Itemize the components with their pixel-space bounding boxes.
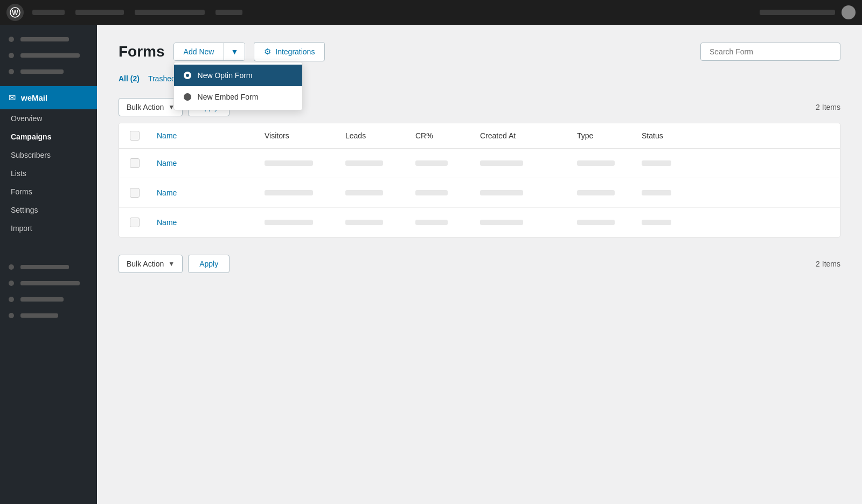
skeleton-bar	[415, 190, 448, 195]
row-checkbox-2[interactable]	[130, 188, 140, 198]
table-cell-cr-3	[415, 218, 480, 227]
table-cell-created-1	[480, 158, 577, 168]
skeleton-bar	[265, 220, 313, 225]
sidebar-line	[20, 265, 69, 269]
admin-bar-item	[32, 10, 65, 15]
skeleton-bar	[415, 160, 448, 166]
table-cell-created-2	[480, 188, 577, 198]
sidebar-line	[20, 37, 69, 41]
sidebar: ✉ weMail Overview Campaigns Subscribers …	[0, 0, 97, 504]
items-count-top: 2 Items	[816, 103, 840, 111]
sidebar-line	[20, 53, 80, 58]
table-header-checkbox-cell	[130, 131, 157, 141]
sidebar-item-settings[interactable]: Settings	[0, 201, 97, 219]
sidebar-dot	[9, 313, 14, 318]
table-header-type: Type	[577, 131, 642, 140]
skeleton-bar	[345, 220, 383, 225]
admin-bar-items	[32, 10, 751, 15]
skeleton-bar	[480, 190, 523, 195]
bulk-action-select-bottom[interactable]: Bulk Action ▼	[119, 255, 183, 273]
sidebar-generic-item	[0, 307, 97, 324]
skeleton-bar	[642, 160, 671, 166]
dropdown-radio-embed	[184, 93, 191, 101]
sidebar-item-campaigns[interactable]: Campaigns	[0, 128, 97, 146]
skeleton-bar	[415, 220, 448, 225]
skeleton-bar	[345, 160, 383, 166]
filter-tab-all-label: All	[119, 74, 128, 83]
admin-bar-avatar[interactable]	[842, 5, 856, 19]
table-cell-name-1[interactable]: Name	[157, 159, 265, 167]
admin-bar-item	[215, 10, 242, 15]
sidebar-dot	[9, 297, 14, 302]
bulk-action-bar-bottom: Bulk Action ▼ Apply 2 Items	[119, 248, 840, 279]
filter-tab-all[interactable]: All (2)	[119, 74, 140, 83]
sidebar-wemail-brand[interactable]: ✉ weMail	[0, 86, 97, 109]
dropdown-item-new-optin-form[interactable]: New Optin Form	[174, 65, 302, 86]
add-new-container: Add New ▼ New Optin Form New Embed Form	[173, 43, 246, 61]
skeleton-bar	[577, 160, 615, 166]
filter-tab-all-count: (2)	[130, 74, 140, 83]
sidebar-line	[20, 313, 58, 318]
table-cell-leads-2	[345, 188, 415, 198]
add-new-dropdown-arrow[interactable]: ▼	[224, 43, 245, 60]
table-select-all-checkbox[interactable]	[130, 131, 140, 141]
table-cell-name-2[interactable]: Name	[157, 188, 265, 197]
table-header-leads: Leads	[345, 131, 415, 140]
row-checkbox-3[interactable]	[130, 218, 140, 227]
sidebar-top-generic	[0, 25, 97, 86]
wemail-envelope-icon: ✉	[9, 93, 16, 103]
skeleton-bar	[345, 190, 383, 195]
table-header-status: Status	[642, 131, 706, 140]
add-new-button[interactable]: Add New	[174, 43, 225, 60]
table-cell-checkbox	[130, 188, 157, 198]
skeleton-bar	[265, 190, 313, 195]
apply-button-bottom[interactable]: Apply	[188, 255, 230, 273]
table-cell-cr-1	[415, 158, 480, 168]
dropdown-item-new-embed-form[interactable]: New Embed Form	[174, 86, 302, 108]
table-cell-type-2	[577, 188, 642, 198]
items-count-bottom: 2 Items	[816, 260, 840, 268]
admin-bar-right	[760, 5, 856, 19]
sidebar-bottom-generic	[0, 259, 97, 324]
skeleton-bar	[642, 220, 671, 225]
sidebar-generic-item	[0, 47, 97, 64]
sidebar-generic-item	[0, 291, 97, 307]
admin-bar-item	[135, 10, 205, 15]
table-cell-name-3[interactable]: Name	[157, 218, 265, 227]
row-checkbox-1[interactable]	[130, 158, 140, 168]
sidebar-item-import[interactable]: Import	[0, 219, 97, 237]
sidebar-generic-item	[0, 31, 97, 47]
skeleton-bar	[642, 190, 671, 195]
sidebar-nav: Overview Campaigns Subscribers Lists For…	[0, 109, 97, 237]
filter-tab-trashed-label: Trashed	[148, 74, 176, 83]
sidebar-line	[20, 69, 64, 74]
table-header-name[interactable]: Name	[157, 131, 265, 140]
sidebar-brand-label: weMail	[21, 93, 47, 102]
table-cell-status-2	[642, 188, 706, 198]
bulk-action-label-top: Bulk Action	[127, 103, 164, 111]
sidebar-dot	[9, 264, 14, 270]
chevron-down-icon-bottom: ▼	[168, 260, 175, 268]
table-header-cr: CR%	[415, 131, 480, 140]
add-new-dropdown-menu: New Optin Form New Embed Form	[173, 62, 303, 110]
main-content: Forms Add New ▼ New Optin Form New Embed…	[97, 25, 862, 504]
integrations-label: Integrations	[275, 47, 315, 56]
search-form-input[interactable]	[700, 43, 840, 61]
sidebar-item-forms[interactable]: Forms	[0, 183, 97, 201]
sidebar-dot	[9, 69, 14, 74]
sidebar-item-lists[interactable]: Lists	[0, 164, 97, 183]
sidebar-item-overview[interactable]: Overview	[0, 109, 97, 128]
sidebar-line	[20, 297, 64, 302]
skeleton-bar	[480, 160, 523, 166]
integrations-button[interactable]: ⚙ Integrations	[254, 42, 325, 61]
skeleton-bar	[577, 220, 615, 225]
admin-bar-search-bar	[760, 10, 835, 15]
dropdown-radio-optin	[184, 72, 191, 79]
sidebar-dot	[9, 53, 14, 58]
wp-logo-icon[interactable]: W	[6, 4, 24, 21]
sidebar-item-subscribers[interactable]: Subscribers	[0, 146, 97, 164]
table-cell-created-3	[480, 218, 577, 227]
table-cell-visitors-1	[265, 158, 345, 168]
table-cell-cr-2	[415, 188, 480, 198]
bulk-action-label-bottom: Bulk Action	[127, 260, 164, 268]
